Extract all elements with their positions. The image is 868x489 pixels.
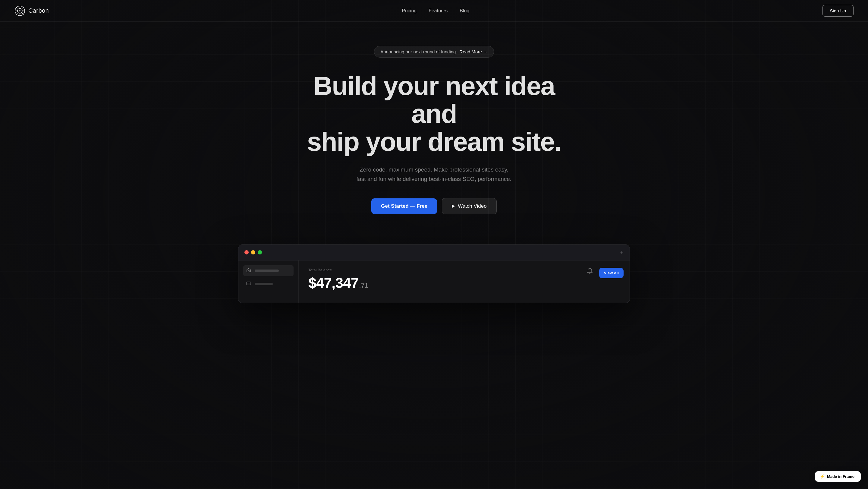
app-preview: +	[238, 245, 630, 303]
announcement-banner[interactable]: Announcing our next round of funding. Re…	[374, 46, 494, 58]
framer-icon: ⚡	[820, 474, 825, 479]
home-icon	[246, 268, 251, 274]
navbar: Carbon Pricing Features Blog Sign Up	[0, 0, 868, 22]
svg-rect-11	[247, 282, 251, 285]
notification-bell-icon[interactable]	[587, 268, 593, 274]
window-maximize-button[interactable]	[258, 250, 262, 254]
sidebar-item-home[interactable]	[243, 265, 293, 276]
view-all-button[interactable]: View All	[599, 268, 624, 278]
watch-video-label: Watch Video	[458, 203, 487, 209]
hero-subtitle: Zero code, maximum speed. Make professio…	[355, 165, 513, 184]
signup-button[interactable]: Sign Up	[823, 5, 854, 17]
nav-links: Pricing Features Blog	[402, 8, 469, 13]
balance-cents: .71	[359, 282, 369, 289]
logo-icon	[14, 5, 25, 16]
sidebar-item-cards[interactable]	[243, 279, 293, 289]
app-main: Total Balance $47,347 .71	[299, 261, 581, 303]
balance-amount: $47,347 .71	[308, 275, 571, 291]
hero-title-line2: ship your dream site.	[307, 127, 561, 156]
hero-buttons: Get Started — Free Watch Video	[371, 198, 496, 214]
announcement-cta[interactable]: Read More →	[460, 49, 488, 54]
announcement-text: Announcing our next round of funding.	[380, 49, 457, 54]
logo-text: Carbon	[28, 7, 49, 14]
window-minimize-button[interactable]	[251, 250, 255, 254]
app-titlebar: +	[239, 245, 629, 261]
hero-section: Announcing our next round of funding. Re…	[0, 22, 868, 233]
framer-badge[interactable]: ⚡ Made in Framer	[815, 471, 861, 482]
balance-label: Total Balance	[308, 268, 571, 272]
window-close-button[interactable]	[244, 250, 249, 254]
sidebar-item-cards-label	[255, 283, 273, 285]
window-plus-button[interactable]: +	[620, 249, 624, 256]
hero-title-line1: Build your next idea and	[313, 71, 555, 128]
sidebar-item-home-label	[255, 270, 279, 272]
window-buttons	[244, 250, 262, 254]
app-sidebar	[239, 261, 299, 303]
watch-video-button[interactable]: Watch Video	[442, 198, 496, 214]
logo[interactable]: Carbon	[14, 5, 49, 16]
hero-title: Build your next idea and ship your dream…	[299, 72, 569, 156]
nav-link-pricing[interactable]: Pricing	[402, 8, 416, 13]
nav-item-pricing[interactable]: Pricing	[402, 8, 416, 13]
view-all-area: View All	[599, 261, 629, 303]
app-content: Total Balance $47,347 .71 View All	[239, 261, 629, 303]
svg-point-2	[19, 10, 21, 11]
nav-item-blog[interactable]: Blog	[460, 8, 469, 13]
nav-item-features[interactable]: Features	[429, 8, 447, 13]
nav-link-blog[interactable]: Blog	[460, 8, 469, 13]
nav-link-features[interactable]: Features	[429, 8, 447, 13]
card-icon	[246, 281, 251, 287]
play-icon	[452, 205, 455, 208]
app-actions	[581, 261, 599, 303]
get-started-button[interactable]: Get Started — Free	[371, 198, 437, 214]
framer-badge-label: Made in Framer	[827, 474, 856, 479]
balance-main: $47,347	[308, 275, 359, 291]
